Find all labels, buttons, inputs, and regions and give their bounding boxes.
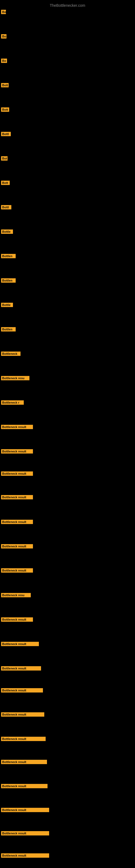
bar-row: Bottleneck result [0, 518, 135, 527]
bar-row: Bo [0, 33, 135, 41]
bar-label: Bottleneck result [1, 568, 33, 572]
bar-label: Bo [1, 10, 6, 14]
bar-row: Bottleneck resu [0, 591, 135, 600]
bar-row: Bottleneck result [0, 640, 135, 649]
bar-label: Bottl [1, 132, 11, 136]
bar-row: Bottleneck result [0, 542, 135, 551]
bar-row: Bottleneck result [0, 447, 135, 456]
bar-row: Bott [0, 82, 135, 90]
bar-row: Bottleneck result [0, 852, 135, 860]
bar-label: Bot [1, 156, 8, 161]
bar-row: Bo [0, 57, 135, 66]
bar-label: Bottlen [1, 278, 16, 283]
bar-label: Bottlen [1, 254, 16, 258]
bar-row: Bottleneck result [0, 493, 135, 502]
bar-row: Bottleneck result [0, 782, 135, 791]
bar-label: Bottleneck result [1, 642, 39, 646]
bar-row: Bottleneck result [0, 758, 135, 767]
bar-label: Bo [1, 59, 7, 63]
bar-row: Bo [0, 8, 135, 17]
bar-label: Bottleneck result [1, 688, 43, 692]
bar-label: Bottle [1, 303, 13, 307]
bar-row: Bottlen [0, 252, 135, 261]
bar-label: Bottleneck result [1, 520, 33, 524]
bar-label: Bott [1, 83, 9, 87]
bar-row: Bottleneck result [0, 664, 135, 673]
bar-row: Bottl [0, 130, 135, 139]
bar-row: Bott [0, 106, 135, 115]
bar-label: Bottl [1, 205, 11, 209]
bar-label: Bottleneck result [1, 425, 33, 429]
bar-label: Bott [1, 181, 10, 185]
bar-row: Bott [0, 179, 135, 188]
bar-row: Bottle [0, 301, 135, 310]
bar-label: Bottleneck result [1, 617, 33, 622]
bar-row: Bottleneck resu [0, 374, 135, 383]
bar-label: Bottleneck result [1, 666, 41, 671]
bar-row: Bottlen [0, 277, 135, 285]
bar-label: Bott [1, 107, 9, 112]
bar-row: Bottleneck [0, 350, 135, 359]
bar-label: Bottleneck resu [1, 593, 31, 597]
bar-row: Bottleneck result [0, 830, 135, 838]
bar-row: Bottleneck result [0, 470, 135, 478]
bar-label: Bottleneck result [1, 449, 33, 454]
bar-label: Bottleneck result [1, 854, 49, 858]
bar-row: Bottl [0, 204, 135, 212]
bar-label: Bottleneck result [1, 784, 48, 788]
bar-row: Bottleneck result [0, 806, 135, 815]
bar-row: Bottleneck result [0, 711, 135, 719]
bar-row: Bottleneck result [0, 686, 135, 695]
bar-label: Bottleneck result [1, 471, 33, 476]
bar-label: Bottleneck result [1, 712, 44, 717]
bar-label: Bottleneck result [1, 760, 47, 764]
bar-label: Bottleneck r [1, 400, 24, 405]
bar-label: Bottleneck [1, 351, 20, 356]
bar-row: Bottleneck r [0, 399, 135, 407]
bar-row: Bottlen [0, 326, 135, 334]
bar-label: Bottlen [1, 327, 16, 332]
bar-label: Bottleneck result [1, 495, 33, 499]
bar-row: Bottleneck result [0, 567, 135, 575]
bar-label: Bottleneck result [1, 831, 49, 835]
bar-row: Bottleneck result [0, 423, 135, 432]
bar-label: Bottleneck resu [1, 376, 30, 380]
bar-row: Bot [0, 155, 135, 163]
bar-row: Bottle [0, 228, 135, 237]
bar-label: Bo [1, 34, 6, 38]
bar-label: Bottleneck result [1, 808, 49, 812]
bar-row: Bottleneck result [0, 616, 135, 624]
bar-row: Bottleneck result [0, 735, 135, 744]
bar-label: Bottle [1, 229, 13, 234]
bar-label: Bottleneck result [1, 544, 33, 549]
bar-label: Bottleneck result [1, 737, 46, 741]
